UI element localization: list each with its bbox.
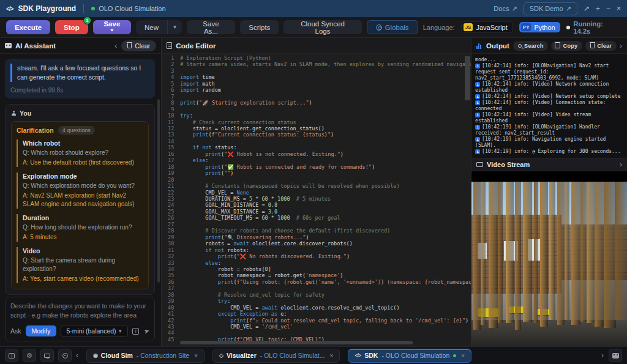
workspace-tab-cloud-sim[interactable]: ◉Cloud Sim- Construction Site×: [86, 349, 205, 363]
assistant-shortcut-button[interactable]: [609, 349, 622, 362]
code-line: 4import time: [162, 74, 471, 80]
code-line: 29 print("🔍 Discovering robots..."): [162, 234, 471, 240]
code-line: 40 CMD_VEL = await oloclient.core.resolv…: [162, 305, 471, 311]
editor-vertical-scrollbar[interactable]: [465, 56, 470, 100]
line-number: 12: [162, 125, 180, 132]
tab-close-icon[interactable]: ×: [194, 352, 198, 359]
save-button[interactable]: Save *: [93, 20, 131, 34]
display-button[interactable]: [40, 349, 54, 362]
tab-close-icon[interactable]: ×: [329, 352, 333, 359]
language-javascript-toggle[interactable]: JS JavaScript: [461, 21, 513, 33]
scripts-button[interactable]: Scripts: [240, 20, 279, 34]
divider: [83, 4, 84, 13]
visibility-button[interactable]: [58, 349, 72, 362]
line-number: 31: [162, 247, 180, 253]
code-line: 44: [162, 330, 471, 336]
scene-plank: [515, 182, 521, 330]
output-clear-button[interactable]: Clear: [585, 41, 617, 51]
new-button[interactable]: New: [136, 20, 167, 34]
scene-plank: [549, 182, 555, 320]
settings-button[interactable]: ⚙: [23, 349, 36, 362]
scene-plank: [571, 182, 580, 325]
clarification-title: Clarification: [17, 127, 54, 134]
tab-subtitle: - Construction Site: [137, 352, 189, 359]
workspace-tab-sdk[interactable]: </>SDK- OLO Cloud Simulation×: [348, 349, 471, 363]
modify-mode-toggle[interactable]: Modify: [26, 325, 57, 336]
code-editor-content[interactable]: 1# Exploration Script (Python)2# Starts …: [162, 54, 471, 346]
output-copy-button[interactable]: Copy: [551, 41, 582, 51]
line-number: 45: [162, 336, 180, 343]
output-expand-chevron-icon[interactable]: ›: [620, 42, 622, 50]
code-line: 42 print(f"⚠ Could not resolve cmd_vel t…: [162, 318, 471, 324]
cloud-synced-logs-button[interactable]: Cloud Synced Logs: [283, 20, 361, 34]
user-icon: [11, 111, 16, 116]
info-icon: i: [475, 113, 480, 117]
minimize-icon[interactable]: −: [606, 5, 610, 12]
send-icon[interactable]: ➤: [143, 327, 151, 336]
line-number: 8: [162, 100, 180, 106]
output-search-button[interactable]: Search: [513, 41, 549, 51]
video-stream-title: Video Stream: [487, 161, 530, 168]
info-icon: i: [475, 64, 480, 69]
line-number: 36: [162, 279, 180, 285]
close-icon[interactable]: ×: [617, 5, 621, 12]
log-line: i[10:42:14] info: [Video] Video stream e…: [475, 112, 623, 124]
assistant-clear-button[interactable]: Clear: [121, 40, 156, 51]
save-as-button[interactable]: Save As...: [187, 20, 236, 34]
monitor-icon: [44, 354, 50, 358]
titlebar: </> SDK Playground OLO Cloud Simulation …: [0, 0, 627, 17]
robot-icon: [5, 43, 12, 48]
video-expand-chevron-icon[interactable]: ›: [620, 160, 622, 169]
assistant-composer: Ask Modify 5-mini (balanced) ▼ T ➤: [5, 297, 155, 341]
scene-plank: [615, 182, 627, 320]
sdk-playground-window: </> SDK Playground OLO Cloud Simulation …: [0, 0, 627, 364]
model-select[interactable]: 5-mini (balanced) ▼: [61, 325, 128, 337]
chevron-down-icon: ▼: [118, 329, 122, 334]
tab-close-icon[interactable]: ×: [461, 352, 465, 359]
line-number: 41: [162, 311, 180, 317]
fit-window-icon[interactable]: +: [596, 5, 600, 12]
globals-button[interactable]: Globals: [367, 20, 418, 34]
code-line: 34 robot = robots[0]: [162, 266, 471, 272]
sdk-demo-button[interactable]: SDK Demo↗: [524, 2, 577, 15]
assistant-scrollbar[interactable]: [157, 99, 160, 283]
editor-panel-title: Code Editor: [176, 42, 216, 50]
video-stream-header[interactable]: Video Stream ›: [471, 158, 627, 171]
code-line: 36 print(f"Using robot: {robot.get('name…: [162, 279, 471, 285]
tabs-scroll-left-chevron-icon[interactable]: ‹: [76, 351, 78, 360]
workspace-tab-visualizer[interactable]: ◇Visualizer- OLO Cloud Simulat...×: [212, 349, 340, 363]
scene-plank: [473, 182, 481, 330]
line-number: 30: [162, 240, 180, 247]
line-number: 15: [162, 144, 180, 150]
stop-button[interactable]: Stop 1: [55, 20, 88, 34]
docs-button[interactable]: Docs↗: [494, 5, 517, 13]
collapse-panel-chevron-icon[interactable]: ‹: [115, 42, 117, 50]
code-line: 30 robots = await oloclient.core.discove…: [162, 240, 471, 247]
scene-plank: [481, 182, 486, 325]
code-icon: </>: [355, 352, 361, 358]
new-dropdown-chevron-icon[interactable]: ▼: [167, 20, 182, 34]
trash-icon: [127, 43, 132, 48]
language-python-toggle[interactable]: PY Python: [519, 22, 560, 32]
layout-columns-button[interactable]: [5, 349, 18, 362]
file-icon: [167, 42, 172, 49]
line-number: 44: [162, 330, 180, 336]
code-line: 26 GOAL_TIMEOUT_MS = 60 * 1000 # 60s per…: [162, 215, 471, 221]
execute-button[interactable]: Execute: [6, 20, 50, 34]
assistant-chat-scroll[interactable]: stream. I'll ask a few focused questions…: [0, 54, 161, 297]
line-number: 17: [162, 157, 180, 163]
assistant-input[interactable]: [10, 302, 149, 320]
session-label: OLO Cloud Simulation: [99, 5, 165, 12]
qa-item: Which robotQ: Which robot should explore…: [17, 139, 143, 167]
open-external-icon[interactable]: ↗: [584, 5, 590, 12]
editor-horizontal-scrollbar[interactable]: [180, 341, 413, 344]
ask-mode-toggle[interactable]: Ask: [10, 327, 21, 335]
user-message: You Clarification 4 questions Which robo…: [5, 104, 155, 295]
tabs-scroll-right-chevron-icon[interactable]: ›: [601, 351, 604, 360]
code-line: 6import random: [162, 87, 471, 93]
code-line: 28 # Discover robots and choose the defa…: [162, 228, 471, 234]
external-link-icon: ↗: [566, 5, 571, 13]
code-line: 10try:: [162, 113, 471, 119]
template-icon[interactable]: T: [132, 328, 139, 335]
line-number: 37: [162, 285, 180, 291]
